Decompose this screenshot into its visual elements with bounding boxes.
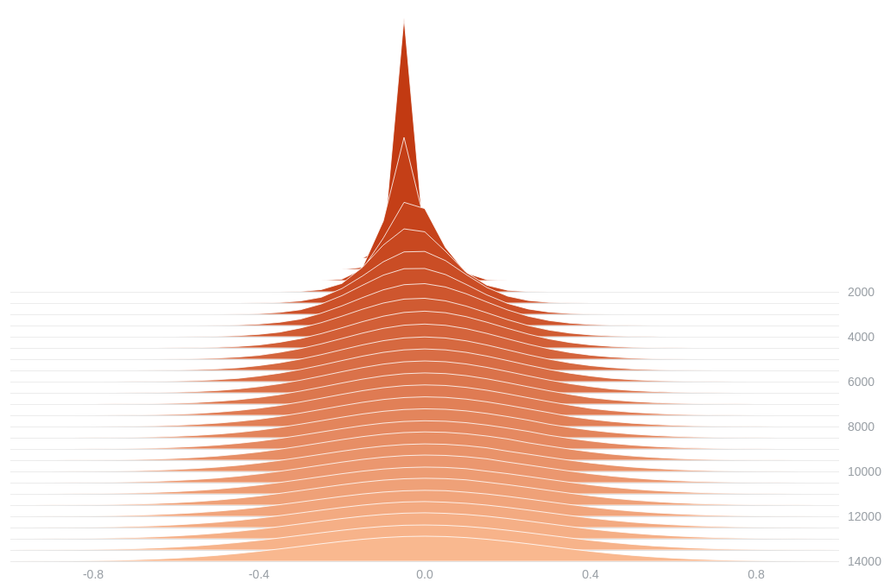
x-tick-label: 0.4: [582, 567, 599, 581]
y-tick-label: 8000: [848, 420, 875, 433]
x-tick-label: 0.8: [748, 567, 765, 581]
y-tick-label: 14000: [848, 554, 881, 568]
y-tick-label: 12000: [848, 509, 881, 523]
y-tick-label: 10000: [848, 465, 881, 478]
y-tick-label: 4000: [848, 330, 875, 344]
x-tick-label: -0.8: [83, 567, 104, 581]
y-tick-label: 6000: [848, 375, 875, 389]
ridgeline-chart[interactable]: -0.8-0.40.00.40.820004000600080001000012…: [0, 0, 884, 588]
x-tick-label: -0.4: [249, 567, 269, 581]
y-tick-label: 2000: [848, 285, 875, 299]
x-tick-label: 0.0: [416, 567, 433, 581]
